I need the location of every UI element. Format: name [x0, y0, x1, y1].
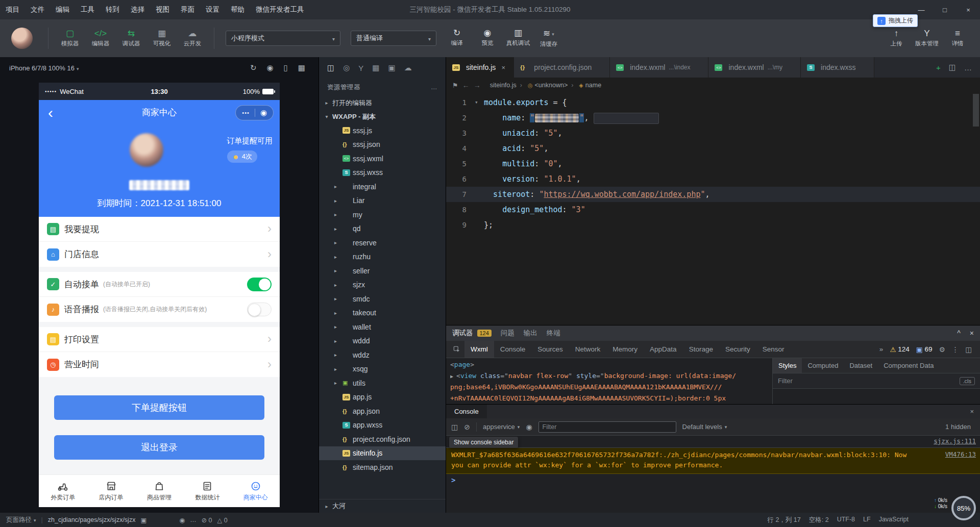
tree-item[interactable]: {} sitemap.json [319, 460, 446, 474]
console-filter-input[interactable] [538, 421, 676, 433]
menu-row-control[interactable] [247, 303, 272, 316]
eye-icon[interactable]: ◉ [179, 516, 185, 524]
devtools-tab[interactable]: Network [569, 341, 607, 358]
styles-tab[interactable]: Component Data [878, 358, 939, 373]
toolbar-action-button[interactable]: ↻ 编译 [442, 29, 472, 48]
tree-item[interactable]: ▸ ▣ utils [319, 376, 446, 390]
copy-icon[interactable]: ▣ [140, 516, 146, 524]
devtools-tab[interactable]: AppData [644, 341, 683, 358]
window-control-button[interactable]: × [957, 0, 980, 19]
window-control-button[interactable]: □ [933, 0, 957, 19]
merchant-avatar[interactable] [130, 133, 163, 167]
cursor-position[interactable]: 行 2，列 17 [767, 516, 800, 524]
encoding-setting[interactable]: UTF-8 [837, 516, 855, 524]
device-selector[interactable]: iPhone 6/7/8 100% 16 [9, 64, 79, 72]
tree-item[interactable]: ▸ qd [319, 222, 446, 236]
toolbar-right-button[interactable]: ↑ 上传 [881, 29, 912, 47]
devtools-tab[interactable]: Console [494, 341, 532, 358]
tree-item[interactable]: ▸ ruzhu [319, 250, 446, 264]
tree-item[interactable]: ▸ takeout [319, 306, 446, 320]
tab-output[interactable]: 输出 [524, 329, 537, 338]
editor-tab[interactable]: JS siteinfo.js × [446, 57, 514, 78]
back-icon[interactable]: ‹ [45, 106, 56, 119]
more-icon[interactable]: ••• [242, 110, 250, 115]
logout-button[interactable]: 退出登录 [54, 435, 264, 460]
forward-arrow-icon[interactable]: → [474, 81, 481, 89]
breadcrumb-item[interactable]: ◎ <unknown> [517, 82, 568, 89]
menu-item[interactable]: 界面 [175, 0, 200, 19]
capsule-menu[interactable]: ••• ◉ [235, 105, 274, 120]
styles-filter-input[interactable] [778, 377, 955, 385]
menu-row-control[interactable] [267, 334, 272, 345]
source-link[interactable]: VM476:13 [945, 449, 976, 460]
tree-item[interactable]: ▸ my [319, 208, 446, 222]
menu-item[interactable]: 帮助 [225, 0, 250, 19]
menu-row[interactable]: ▤ 我要提现 [39, 217, 280, 242]
inspect-element-icon[interactable] [449, 341, 464, 358]
fold-icon[interactable] [475, 110, 484, 126]
tree-item[interactable]: ▸ sjzx [319, 278, 446, 292]
user-avatar[interactable] [11, 28, 33, 49]
menu-item[interactable]: 设置 [200, 0, 225, 19]
tree-item[interactable]: ▸ smdc [319, 292, 446, 306]
module-button[interactable]: ☁ 云开发 [177, 29, 208, 47]
menu-row[interactable]: ⌂ 门店信息 [39, 242, 280, 267]
more-icon[interactable]: … [190, 516, 197, 523]
menu-row[interactable]: ▤ 打印设置 [39, 327, 280, 352]
tab-problems[interactable]: 问题 [501, 329, 514, 338]
console-sidebar-icon[interactable]: ◫ [451, 423, 458, 431]
tab-goods-manage[interactable]: 商品管理 [135, 475, 183, 507]
devtools-tab[interactable]: Storage [683, 341, 719, 358]
home-icon[interactable]: ◉ [260, 108, 267, 117]
menu-row-control[interactable] [267, 359, 272, 370]
editor-action-icon[interactable]: + [936, 63, 941, 72]
clear-console-icon[interactable]: ⊘ [464, 423, 470, 431]
styles-tab[interactable]: Computed [802, 358, 844, 373]
error-counter[interactable]: ⊘ 0 [202, 516, 212, 524]
menu-row[interactable]: ✓ 自动接单 (自动接单已开启) [39, 272, 280, 297]
eol-setting[interactable]: LF [863, 516, 871, 524]
tree-item[interactable]: {} app.json [319, 404, 446, 418]
section-open-editors[interactable]: ▸ 打开的编辑器 [319, 96, 446, 110]
bookmark-icon[interactable]: ⚑ [452, 82, 458, 89]
breadcrumb-item[interactable]: siteinfo.js [490, 82, 517, 89]
fold-icon[interactable] [475, 202, 484, 217]
section-project-root[interactable]: ▾ WXAPP - 副本 [319, 110, 446, 123]
package-icon[interactable]: ▣ [388, 63, 395, 72]
rotate-icon[interactable]: ↻ [250, 63, 257, 72]
console-messages[interactable]: Show console sidebar sjzx.js:111 VM476:1… [446, 436, 980, 513]
tab-takeout-orders[interactable]: 外卖订单 [39, 475, 87, 507]
menu-item[interactable]: 编辑 [50, 0, 75, 19]
module-button[interactable]: ▦ 可视化 [146, 29, 177, 47]
console-prompt[interactable]: > [446, 474, 980, 486]
menu-item[interactable]: 项目 [0, 0, 25, 19]
mode-dropdown[interactable]: 小程序模式 [226, 31, 340, 46]
editor-tab[interactable]: {} project.config.json [514, 57, 610, 78]
devtools-tab[interactable]: Memory [606, 341, 644, 358]
close-icon[interactable]: × [499, 64, 507, 71]
menu-item[interactable]: 视图 [150, 0, 175, 19]
tree-item[interactable]: ▸ Liar [319, 194, 446, 208]
context-selector[interactable]: appservice [483, 423, 520, 431]
tree-item[interactable]: ▸ wddz [319, 348, 446, 362]
log-levels-dropdown[interactable]: Default levels [682, 423, 727, 431]
menu-item[interactable]: 工具 [75, 0, 100, 19]
styles-tab[interactable]: Styles [773, 358, 802, 373]
cls-toggle-button[interactable]: .cls [960, 377, 975, 385]
tree-item[interactable]: S app.wxss [319, 418, 446, 433]
eye-icon[interactable]: ◉ [526, 423, 532, 431]
dock-side-icon[interactable]: ◫ [965, 345, 972, 354]
back-arrow-icon[interactable]: ← [462, 81, 470, 89]
code-area[interactable]: 1 ▾ module.exports = { 2 name: "", 3 uni… [446, 93, 980, 325]
tree-item[interactable]: ▸ reserve [319, 236, 446, 250]
tab-terminal[interactable]: 终端 [547, 329, 560, 338]
device-frame-icon[interactable]: ▯ [284, 63, 288, 72]
menu-item[interactable]: 转到 [100, 0, 125, 19]
tree-item[interactable]: ▸ wddd [319, 334, 446, 348]
indentation-setting[interactable]: 空格: 2 [809, 516, 829, 524]
pages-icon[interactable]: ◫ [327, 63, 334, 72]
tree-item[interactable]: ▸ wallet [319, 320, 446, 334]
overflow-icon[interactable]: » [879, 345, 884, 353]
fold-icon[interactable] [475, 156, 484, 171]
tab-instore-orders[interactable]: 店内订单 [87, 475, 135, 507]
